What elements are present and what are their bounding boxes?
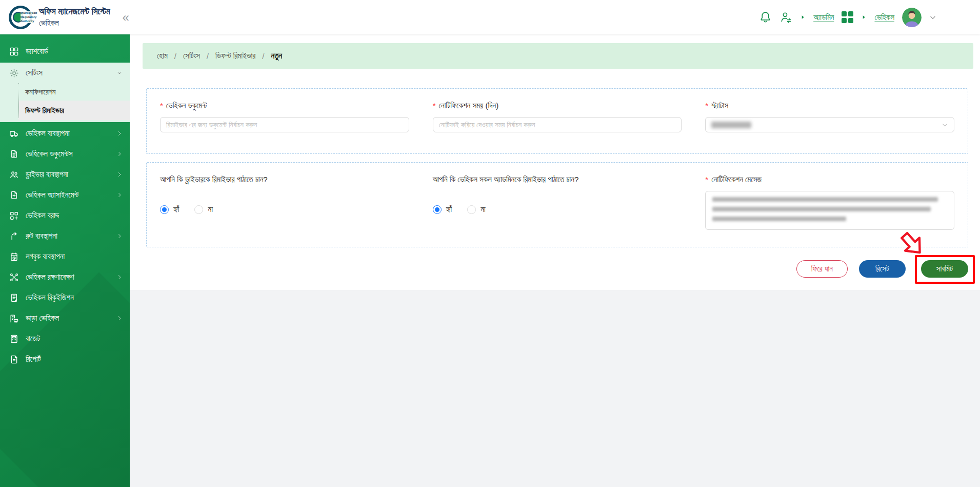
vehicle-document-input[interactable] <box>160 117 409 132</box>
content-panel: হোম/সেটিংস/ডিফল্ট রিমাইন্ডার/নতুন *ভেহিক… <box>130 34 980 290</box>
sidebar: ড্যাশবোর্ডসেটিংসকনফিগারেশনডিফল্ট রিমাইন্… <box>0 34 130 487</box>
breadcrumb-separator: / <box>262 52 264 61</box>
sidebar-item-default-reminder[interactable]: ডিফল্ট রিমাইন্ডার <box>18 101 130 120</box>
sidebar-item-label: রুট ব্যবস্থাপনা <box>26 231 110 241</box>
sidebar-item-label: ভেহিকল বরাদ্দ <box>26 211 123 220</box>
form-actions: ফিরে যান রিসেট সাবমিট <box>146 260 968 278</box>
status-select[interactable] <box>705 117 954 132</box>
gear-icon <box>9 68 19 78</box>
radio-label: না <box>208 205 213 214</box>
radio-dot-icon <box>194 205 203 214</box>
question-label: আপনি কি ড্রাইভারকে রিমাইন্ডার পাঠাতে চান… <box>160 175 409 184</box>
admin-link[interactable]: অ্যাডমিন <box>813 13 834 22</box>
chevron-right-icon <box>116 171 123 178</box>
chevron-right-icon <box>116 130 123 137</box>
form-section-options: আপনি কি ড্রাইভারকে রিমাইন্ডার পাঠাতে চান… <box>146 162 968 247</box>
user-switch-icon[interactable] <box>779 11 792 24</box>
breadcrumb-item[interactable]: সেটিংস <box>183 51 200 61</box>
drivers-icon <box>9 170 19 180</box>
logo-line: Microcredit <box>21 11 37 15</box>
question-label: আপনি কি ভেহিকল সকল অ্যাডমিনকে রিমাইন্ডার… <box>433 175 682 184</box>
radio-option-selected[interactable]: হ্যাঁ <box>160 205 179 214</box>
sidebar-item-vehicle-maintenance[interactable]: ভেহিকল রক্ষণাবেক্ষণ <box>0 267 130 287</box>
radio-dot-icon <box>160 205 169 214</box>
main-area: হোম/সেটিংস/ডিফল্ট রিমাইন্ডার/নতুন *ভেহিক… <box>130 34 980 487</box>
sidebar-item-budget[interactable]: বাজেট <box>0 328 130 349</box>
sidebar-item-label: লগবুক ব্যবস্থাপনা <box>26 252 123 261</box>
redacted-text-line <box>712 197 937 202</box>
sidebar-item-dashboard[interactable]: ড্যাশবোর্ড <box>0 41 130 62</box>
vehicle-app-link[interactable]: ভেহিকল <box>874 13 894 22</box>
notification-days-input[interactable] <box>433 117 682 132</box>
sidebar-item-logbook-management[interactable]: লগবুক ব্যবস্থাপনা <box>0 246 130 267</box>
sidebar-group-settings: সেটিংসকনফিগারেশনডিফল্ট রিমাইন্ডার <box>0 63 130 122</box>
apps-grid-icon[interactable] <box>842 11 853 23</box>
required-marker: * <box>433 101 436 110</box>
sidebar-item-settings[interactable]: সেটিংস <box>0 63 130 83</box>
app-titles: অফিস ম্যানেজমেন্ট সিস্টেম ভেহিকল <box>39 7 110 28</box>
required-marker: * <box>705 175 708 184</box>
sidebar-item-configuration[interactable]: কনফিগারেশন <box>18 83 130 101</box>
sidebar-item-report[interactable]: রিপোর্ট <box>0 349 130 369</box>
sidebar-item-label: ভেহিকল রক্ষণাবেক্ষণ <box>26 272 110 282</box>
radio-label: হ্যাঁ <box>173 205 179 214</box>
sidebar-item-vehicle-allocation[interactable]: ভেহিকল বরাদ্দ <box>0 205 130 226</box>
breadcrumb-item[interactable]: হোম <box>157 51 168 61</box>
redacted-text-line <box>712 207 931 211</box>
allocation-icon <box>9 211 19 221</box>
field-status: *স্ট্যাটাস <box>705 101 954 153</box>
chevron-down-icon[interactable] <box>929 14 936 21</box>
chevron-right-icon <box>116 151 123 157</box>
sidebar-item-route-management[interactable]: রুট ব্যবস্থাপনা <box>0 226 130 246</box>
radio-option-unselected[interactable]: না <box>467 205 486 214</box>
chevron-down-icon <box>116 70 123 76</box>
screen: Microcredit Regulatory Authority অফিস ম্… <box>0 0 980 487</box>
route-icon <box>9 231 19 241</box>
sidebar-submenu: কনফিগারেশনডিফল্ট রিমাইন্ডার <box>0 83 130 120</box>
admin-reminder-radio-group: হ্যাঁনা <box>433 205 682 214</box>
sidebar-item-label: রিপোর্ট <box>26 355 123 364</box>
sidebar-item-rental-vehicle[interactable]: ভাড়া ভেহিকল <box>0 308 130 328</box>
reset-button[interactable]: রিসেট <box>859 260 906 278</box>
driver-reminder-radio-group: হ্যাঁনা <box>160 205 409 214</box>
sidebar-item-label: ভেহিকল রিকুইজিশন <box>26 293 123 302</box>
select-chevron-down-icon <box>942 122 948 128</box>
sidebar-item-vehicle-documents[interactable]: ভেহিকেল ডকুমেন্টস <box>0 144 130 164</box>
report-icon <box>9 355 19 364</box>
user-avatar[interactable] <box>902 8 922 27</box>
sidebar-item-vehicle-assignment[interactable]: ভেহিকল অ্যাসাইনমেন্ট <box>0 185 130 205</box>
submit-button[interactable]: সাবমিট <box>921 260 968 278</box>
sidebar-item-vehicle-requisition[interactable]: ভেহিকল রিকুইজিশন <box>0 287 130 308</box>
app-title: অফিস ম্যানেজমেন্ট সিস্টেম <box>39 7 110 17</box>
notification-message-textarea[interactable] <box>705 191 954 230</box>
caret-right-icon <box>800 14 806 20</box>
field-label: *নোটিফিকেশন মেসেজ <box>705 175 954 184</box>
documents-icon <box>9 149 19 159</box>
caret-right-icon <box>861 14 867 20</box>
app-subtitle: ভেহিকল <box>39 18 110 28</box>
radio-dot-icon <box>433 205 442 214</box>
submit-wrap: সাবমিট <box>921 260 968 278</box>
radio-option-selected[interactable]: হ্যাঁ <box>433 205 452 214</box>
field-label: *স্ট্যাটাস <box>705 101 954 110</box>
breadcrumb: হোম/সেটিংস/ডিফল্ট রিমাইন্ডার/নতুন <box>143 43 973 69</box>
sidebar-item-vehicle-management[interactable]: ভেহিকল ব্যবস্থাপনা <box>0 123 130 144</box>
question-driver-reminder: আপনি কি ড্রাইভারকে রিমাইন্ডার পাঠাতে চান… <box>160 175 409 247</box>
logo-line: Regulatory <box>21 15 37 19</box>
breadcrumb-separator: / <box>174 52 176 61</box>
sidebar-collapse-button[interactable]: « <box>123 11 129 24</box>
sidebar-item-label: বাজেট <box>26 334 123 343</box>
breadcrumb-separator: / <box>207 52 209 61</box>
breadcrumb-item[interactable]: ডিফল্ট রিমাইন্ডার <box>215 51 255 61</box>
field-vehicle-document: *ভেহিকল ডকুমেন্ট <box>160 101 409 153</box>
field-notification-days: *নোটিফিকেশন সময় (দিন) <box>433 101 682 153</box>
logo-line: Authority <box>21 19 37 23</box>
sidebar-item-driver-management[interactable]: ড্রাইভার ব্যবস্থাপনা <box>0 164 130 185</box>
sidebar-item-label: ড্রাইভার ব্যবস্থাপনা <box>26 170 110 179</box>
sidebar-item-label: সেটিংস <box>26 68 110 77</box>
back-button[interactable]: ফিরে যান <box>796 260 848 278</box>
field-label: *নোটিফিকেশন সময় (দিন) <box>433 101 682 110</box>
notification-bell-icon[interactable] <box>759 11 772 24</box>
radio-option-unselected[interactable]: না <box>194 205 213 214</box>
budget-icon <box>9 334 19 344</box>
